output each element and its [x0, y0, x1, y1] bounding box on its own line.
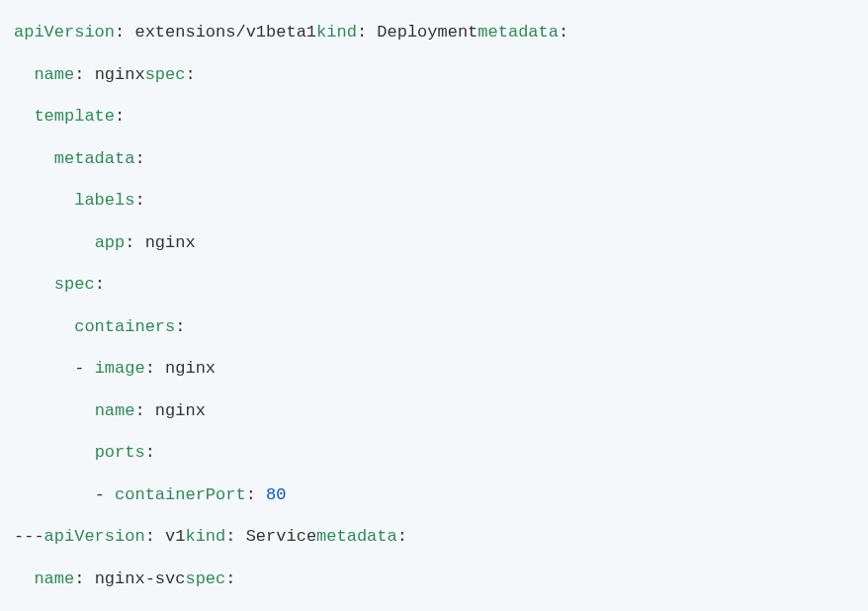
yaml-code-block: apiVersion: extensions/v1beta1kind: Depl…: [0, 0, 868, 611]
code-token-str: nginx: [145, 233, 196, 252]
code-token-punct: :: [145, 443, 155, 462]
code-token-str: Service: [246, 527, 316, 546]
code-token-punct: :: [134, 191, 144, 210]
code-token-str: nginx: [165, 359, 216, 378]
code-token-num: 80: [266, 485, 286, 504]
code-token-punct: :: [95, 275, 105, 294]
code-token-key: name: [34, 569, 74, 588]
code-token-key: image: [95, 359, 145, 378]
code-token-key: apiVersion: [14, 23, 115, 42]
code-token-key: metadata: [316, 527, 397, 546]
code-token-str: nginx: [155, 401, 206, 420]
code-token-str: nginx: [95, 65, 145, 84]
code-token-key: spec: [145, 65, 186, 84]
code-token-key: template: [34, 107, 115, 126]
code-token-punct: :: [397, 527, 407, 546]
code-token-key: kind: [316, 23, 357, 42]
code-token-punct: :: [559, 23, 568, 42]
code-token-punct: :: [134, 149, 144, 168]
code-token-key: name: [95, 401, 135, 420]
code-token-key: app: [95, 233, 126, 252]
code-token-key: spec: [54, 275, 95, 294]
code-token-punct: :: [125, 233, 144, 252]
code-token-key: containerPort: [115, 485, 246, 504]
code-token-key: containers: [74, 317, 175, 336]
code-token-punct: :: [357, 23, 377, 42]
code-token-punct: :: [134, 401, 154, 420]
code-token-punct: :: [225, 569, 235, 588]
code-token-punct: :: [246, 485, 266, 504]
code-token-dash: ---: [14, 527, 44, 546]
code-token-punct: :: [145, 359, 165, 378]
code-token-str: v1: [165, 527, 185, 546]
code-token-punct: :: [185, 65, 195, 84]
code-token-key: metadata: [54, 149, 135, 168]
code-token-dash: -: [95, 485, 115, 504]
code-token-punct: :: [225, 527, 245, 546]
code-token-punct: :: [175, 317, 185, 336]
code-token-punct: :: [115, 23, 134, 42]
code-token-key: labels: [74, 191, 134, 210]
code-token-str: Deployment: [377, 23, 477, 42]
code-token-key: apiVersion: [44, 527, 145, 546]
code-token-key: ports: [95, 443, 145, 462]
code-token-punct: :: [74, 569, 94, 588]
code-token-punct: :: [145, 527, 165, 546]
code-token-punct: :: [74, 65, 94, 84]
code-token-str: nginx-svc: [95, 569, 186, 588]
code-token-dash: -: [74, 359, 94, 378]
code-token-key: spec: [185, 569, 225, 588]
code-token-key: name: [34, 65, 74, 84]
code-token-str: extensions/v1beta1: [134, 23, 316, 42]
code-token-key: metadata: [477, 23, 559, 42]
code-token-key: kind: [185, 527, 225, 546]
code-token-punct: :: [115, 107, 125, 126]
